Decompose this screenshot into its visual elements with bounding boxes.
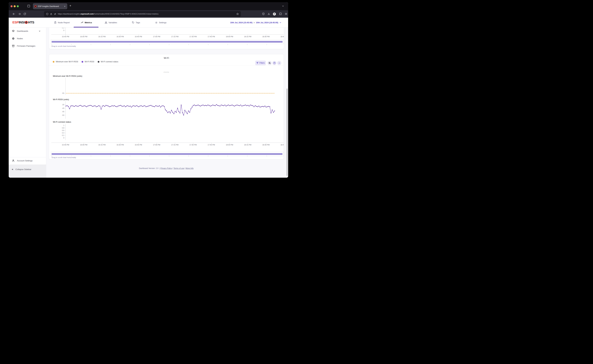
tab-variables[interactable]: Variables xyxy=(105,18,117,27)
x-axis-label: 18:30 PM xyxy=(262,36,269,38)
x-axis-tick xyxy=(138,143,139,144)
archive-icon xyxy=(12,45,15,47)
tag-icon xyxy=(132,21,134,24)
x-axis-tick xyxy=(211,34,212,36)
new-tab-button[interactable]: + xyxy=(70,4,71,8)
wifi-card: Wi-Fi Minimum ever Wi-Fi RSSI Wi-Fi RSSI… xyxy=(49,54,284,160)
scrollbar-tick xyxy=(150,44,150,45)
sidebar-item-nodes-label: Nodes xyxy=(17,37,23,40)
chevron-down-icon xyxy=(279,21,282,24)
chevron-down-icon xyxy=(39,30,41,32)
list-all-tabs-chevron-icon[interactable] xyxy=(282,5,284,7)
x-axis-label: 16:00 PM xyxy=(80,144,87,146)
drag-hint-text: Drag to scroll chart horizontally xyxy=(52,156,76,158)
date-range-picker[interactable]: 10th Jul, 2024 (15:45:00) > 10th Jul, 20… xyxy=(230,18,282,27)
x-axis-label: 16:45 PM xyxy=(135,36,142,38)
url-text[interactable]: https://dashboard.insights.espressif.com… xyxy=(58,13,235,15)
x-axis-tick xyxy=(248,34,248,36)
privacy-policy-link[interactable]: Privacy Policy xyxy=(161,167,172,169)
esp-insights-logo[interactable]: ESP INSI HTS xyxy=(13,20,34,24)
x-axis-label: 17:00 PM xyxy=(153,36,160,38)
x-axis-label: 18:30 PM xyxy=(262,144,269,146)
esp-insights-favicon xyxy=(34,5,37,7)
layers-icon xyxy=(12,30,15,32)
menu-hamburger-icon[interactable] xyxy=(285,13,287,15)
trend-icon xyxy=(81,21,84,24)
y-axis-label: 0.2 xyxy=(62,28,64,29)
x-axis-label: 18:15 PM xyxy=(244,144,251,146)
browser-tab[interactable]: ESP Insights Dashboard × xyxy=(33,3,67,9)
browser-window: ESP Insights Dashboard × + xyxy=(9,2,288,178)
sidebar-item-firmware-packages[interactable]: Firmware Packages xyxy=(9,42,46,49)
x-axis-label: 18:00 PM xyxy=(226,36,233,38)
downloads-icon[interactable] xyxy=(267,13,270,15)
forward-button[interactable] xyxy=(18,13,21,15)
back-button[interactable] xyxy=(13,13,15,15)
browser-tab-strip: ESP Insights Dashboard × + xyxy=(9,2,288,10)
x-axis xyxy=(51,143,284,143)
browser-toolbar: https://dashboard.insights.espressif.com… xyxy=(9,10,288,18)
chart-scrollbar-thumb[interactable] xyxy=(52,153,282,155)
x-axis-label: 16:30 PM xyxy=(117,144,124,146)
double-chevron-left-icon: « xyxy=(12,168,13,170)
x-axis-tick xyxy=(248,143,248,144)
url-domain: espressif.com xyxy=(80,13,93,15)
x-axis-tick xyxy=(193,34,193,36)
pocket-icon[interactable] xyxy=(262,13,265,15)
window-zoom-button[interactable] xyxy=(17,5,19,7)
tab-metrics[interactable]: Metrics xyxy=(81,18,92,27)
gear-icon xyxy=(155,21,158,24)
window-minimize-button[interactable] xyxy=(14,5,16,7)
y-axis-label: 0.4 xyxy=(62,132,64,134)
y-axis-label: 1 xyxy=(63,124,64,126)
collapse-sidebar-label: Collapse Sidebar xyxy=(15,168,31,170)
tab-title: ESP Insights Dashboard xyxy=(38,5,63,7)
scrollbar-tick xyxy=(71,156,72,156)
x-axis-tick xyxy=(229,34,230,36)
tab-close-icon[interactable]: × xyxy=(64,5,66,8)
footer-separator: | xyxy=(173,167,173,169)
y-axis-tick xyxy=(65,28,65,28)
tracking-protection-shield-icon[interactable] xyxy=(46,13,49,15)
metrics-content: 0.40.20 15:45 PM16:00 PM16:15 PM16:30 PM… xyxy=(46,28,288,178)
tab-tags[interactable]: Tags xyxy=(132,18,140,27)
scrollbar-tick xyxy=(169,156,169,156)
sidebar-item-account-settings[interactable]: Account Settings xyxy=(9,157,46,164)
tab-settings-label: Settings xyxy=(159,21,167,24)
browser-scrollbar-thumb[interactable] xyxy=(287,89,288,176)
bookmark-star-icon[interactable] xyxy=(236,13,239,15)
url-prefix: https://dashboard.insights. xyxy=(58,13,80,15)
extensions-puzzle-icon[interactable] xyxy=(279,13,282,15)
x-axis-label: 16:00 PM xyxy=(80,36,87,38)
y-axis-tick xyxy=(65,125,65,126)
footer-separator: | xyxy=(159,167,160,169)
y-axis-tick xyxy=(65,133,65,133)
tab-node-report-label: Node Report xyxy=(58,21,70,24)
more-info-link[interactable]: More Info xyxy=(186,167,194,169)
y-axis-tick xyxy=(65,138,65,138)
tab-settings[interactable]: Settings xyxy=(155,18,167,27)
app-header: ESP INSI HTS Node Report Metrics Variabl… xyxy=(9,18,288,28)
scrollbar-tick xyxy=(208,44,208,45)
sidebar-toggle-icon[interactable] xyxy=(27,4,30,8)
y-axis-label: 0.8 xyxy=(62,127,64,129)
sidebar-item-nodes[interactable]: Nodes xyxy=(9,35,46,42)
footer-separator: | xyxy=(185,167,185,169)
window-close-button[interactable] xyxy=(11,5,13,7)
reload-button[interactable] xyxy=(23,13,26,15)
x-axis-label: 16:15 PM xyxy=(98,144,106,146)
chart-scrollbar-thumb[interactable] xyxy=(52,41,283,43)
y-axis-tick xyxy=(65,128,65,128)
x-axis-label: 17:30 PM xyxy=(189,144,197,146)
collapse-sidebar-button[interactable]: « Collapse Sidebar xyxy=(9,164,46,178)
sidebar-item-dashboards[interactable]: Dashboards xyxy=(9,28,46,34)
terms-of-use-link[interactable]: Terms of use xyxy=(174,167,184,169)
connection-lock-icon[interactable] xyxy=(50,13,52,15)
tab-node-report[interactable]: Node Report xyxy=(54,18,70,27)
date-range-start: 10th Jul, 2024 (15:45:00) xyxy=(230,22,253,24)
url-bar[interactable]: https://dashboard.insights.espressif.com… xyxy=(44,11,241,17)
x-axis-label: 16:45 PM xyxy=(135,144,142,146)
x-axis-label: 17:30 PM xyxy=(189,36,197,38)
permissions-sliders-icon[interactable] xyxy=(54,13,56,15)
extension-p-badge-icon[interactable]: P xyxy=(273,13,276,15)
